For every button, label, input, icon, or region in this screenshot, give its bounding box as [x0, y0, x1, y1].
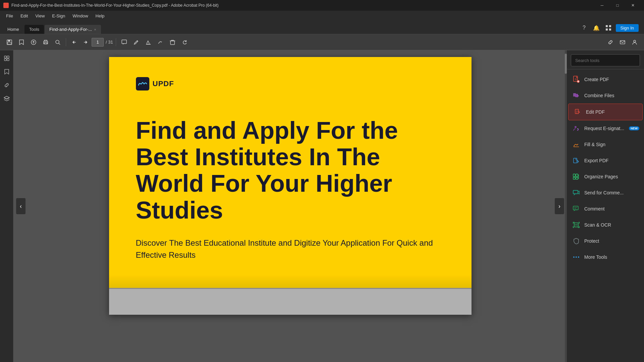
pdf-image-placeholder [109, 288, 472, 315]
app-icon [3, 3, 9, 8]
svg-rect-16 [4, 56, 6, 58]
apps-grid-icon[interactable] [604, 23, 613, 33]
toolbar-sep-2 [116, 38, 116, 46]
combine-files-label: Combine Files [584, 93, 639, 98]
tool-item-protect[interactable]: Protect [567, 233, 644, 249]
organize-pages-icon [572, 172, 581, 181]
main-area: ‹ UPDF Find and Apply For the Best Insti… [0, 50, 644, 362]
svg-rect-12 [146, 44, 151, 45]
pen-tool-button[interactable] [131, 37, 142, 48]
menu-file[interactable]: File [3, 12, 16, 20]
svg-rect-28 [576, 174, 578, 177]
minimize-button[interactable]: ─ [594, 0, 610, 11]
tool-item-scan-ocr[interactable]: Scan & OCR [567, 217, 644, 233]
more-tools-label: More Tools [584, 254, 639, 260]
menu-edit[interactable]: Edit [17, 12, 31, 20]
tool-item-fill-sign[interactable]: Fill & Sign [567, 136, 644, 153]
svg-point-35 [573, 256, 575, 258]
next-page-arrow[interactable]: › [555, 198, 564, 214]
redo-button[interactable] [179, 37, 190, 48]
tool-item-create-pdf[interactable]: Create PDF [567, 71, 644, 87]
tool-item-more-tools[interactable]: More Tools [567, 249, 644, 265]
tab-close-icon[interactable]: × [94, 27, 96, 32]
menu-view[interactable]: View [32, 12, 48, 20]
comment-label: Comment [584, 206, 639, 212]
edit-pdf-icon [573, 107, 583, 117]
send-comment-label: Send for Comme... [584, 190, 639, 195]
close-button[interactable]: ✕ [625, 0, 641, 11]
combine-files-icon [572, 91, 581, 100]
bookmark-button[interactable] [16, 37, 27, 48]
svg-rect-17 [7, 56, 9, 58]
svg-rect-26 [574, 158, 577, 163]
right-panel: Create PDF Combine Files [567, 50, 644, 362]
tool-item-edit-pdf[interactable]: Edit PDF [568, 104, 643, 120]
print-button[interactable] [40, 37, 51, 48]
tool-item-send-comment[interactable]: Send for Comme... [567, 185, 644, 201]
new-badge: NEW [629, 126, 639, 130]
link-tool-button[interactable] [605, 37, 616, 48]
comment-tool-button[interactable] [119, 37, 130, 48]
pdf-area: ‹ UPDF Find and Apply For the Best Insti… [13, 50, 567, 362]
tab-document[interactable]: Find-and-Apply-For-... × [45, 25, 101, 34]
tool-item-export-pdf[interactable]: Export PDF [567, 153, 644, 169]
svg-rect-19 [7, 59, 9, 61]
prev-page-button[interactable] [69, 37, 80, 48]
search-tools-input[interactable] [571, 54, 640, 66]
sign-tool-button[interactable] [155, 37, 166, 48]
svg-rect-5 [8, 40, 10, 42]
export-pdf-icon [572, 156, 581, 165]
zoom-button[interactable] [52, 37, 63, 48]
layers-sidebar-icon[interactable] [1, 93, 12, 104]
bookmarks-sidebar-icon[interactable] [1, 66, 12, 77]
tools-list: Create PDF Combine Files [567, 69, 644, 362]
next-page-button[interactable] [80, 37, 91, 48]
toolbar-nav: / 31 [69, 37, 113, 48]
edit-pdf-label: Edit PDF [586, 109, 638, 115]
organize-pages-label: Organize Pages [584, 174, 639, 179]
menu-help[interactable]: Help [92, 12, 108, 20]
toolbar-sep-1 [66, 38, 66, 46]
page-thumbnails-icon[interactable] [1, 53, 12, 64]
toolbar: / 31 [0, 34, 644, 50]
svg-rect-2 [606, 28, 608, 31]
tab-home-label: Home [7, 27, 19, 32]
help-icon[interactable]: ? [580, 23, 589, 33]
user-account-button[interactable] [629, 37, 640, 48]
save-button[interactable] [4, 37, 15, 48]
scan-ocr-icon [572, 220, 581, 230]
tool-item-organize-pages[interactable]: Organize Pages [567, 169, 644, 185]
menu-window[interactable]: Window [69, 12, 91, 20]
notifications-icon[interactable]: 🔔 [592, 23, 601, 33]
links-sidebar-icon[interactable] [1, 80, 12, 90]
tool-item-combine-files[interactable]: Combine Files [567, 87, 644, 104]
export-pdf-label: Export PDF [584, 158, 639, 163]
tab-tools[interactable]: Tools [24, 25, 44, 34]
maximize-button[interactable]: □ [610, 0, 625, 11]
protect-icon [572, 236, 581, 246]
fill-sign-label: Fill & Sign [584, 142, 639, 147]
sign-in-button[interactable]: Sign In [616, 24, 639, 32]
svg-rect-27 [573, 174, 575, 177]
create-pdf-label: Create PDF [584, 77, 639, 82]
prev-page-arrow[interactable]: ‹ [16, 198, 26, 214]
request-esign-icon [572, 124, 581, 133]
window-controls[interactable]: ─ □ ✕ [594, 0, 641, 11]
title-bar-left: Find-and-Apply-For-the-Best-Institutes-I… [3, 3, 218, 8]
svg-rect-18 [4, 59, 6, 61]
page-number-input[interactable] [92, 38, 104, 47]
highlight-tool-button[interactable] [143, 37, 154, 48]
upload-button[interactable] [28, 37, 39, 48]
svg-rect-13 [170, 41, 175, 45]
pdf-main-title: Find and Apply For the Best Institutes I… [136, 117, 445, 224]
svg-rect-3 [609, 28, 611, 31]
svg-rect-29 [573, 177, 575, 179]
tool-item-comment[interactable]: Comment [567, 201, 644, 217]
svg-rect-1 [609, 25, 611, 27]
menu-esign[interactable]: E-Sign [49, 12, 68, 20]
email-button[interactable] [617, 37, 628, 48]
tool-item-request-esign[interactable]: Request E-signat... NEW [567, 120, 644, 136]
svg-rect-14 [620, 41, 625, 44]
delete-tool-button[interactable] [167, 37, 178, 48]
tab-home[interactable]: Home [3, 25, 24, 34]
